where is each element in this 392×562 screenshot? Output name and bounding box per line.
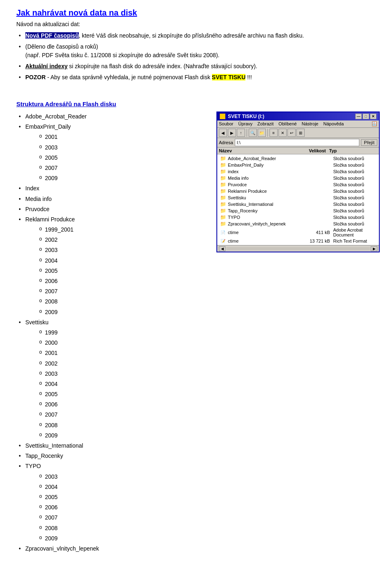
views2-button[interactable]: ⊞ bbox=[296, 129, 305, 137]
struct-item-reklamni: Reklamni Produkce 1999_2001 2002 2003 20… bbox=[16, 214, 204, 317]
file-type: Složka souborů bbox=[333, 176, 376, 181]
sv-2001: 2001 bbox=[38, 348, 204, 358]
file-row[interactable]: 📄 ctime 411 kB Adobe Acrobat Document bbox=[218, 227, 378, 238]
windows-logo: 🪟 bbox=[372, 121, 377, 127]
file-row[interactable]: 📁 Svettisku_International Složka souborů bbox=[218, 201, 378, 207]
maximize-button[interactable]: □ bbox=[363, 114, 369, 119]
typo-2007: 2007 bbox=[38, 513, 204, 523]
file-name: Svettisku bbox=[228, 195, 305, 200]
struct-item-index: Index bbox=[16, 183, 204, 194]
file-name: Reklamni Produkce bbox=[228, 189, 305, 194]
explorer-columns: Název Velikost Typ bbox=[217, 147, 379, 154]
search-button[interactable]: 🔍 bbox=[249, 129, 257, 137]
struct-item-svettisku: Svettisku 1999 2000 2001 2002 2003 2004 … bbox=[16, 317, 204, 441]
file-type: Rich Text Format bbox=[333, 239, 376, 243]
typo-2003: 2003 bbox=[38, 472, 204, 482]
file-type: Složka souborů bbox=[333, 182, 376, 187]
bullet-1-rest: , které Váš disk neobsahuje, si zkopíruj… bbox=[79, 32, 304, 39]
bullet-3: Aktuální indexy si zkopírujte na flash d… bbox=[16, 62, 376, 71]
folder-icon: 📁 bbox=[220, 169, 226, 174]
intro-bullets: Nová PDF časopisů, které Váš disk neobsa… bbox=[16, 31, 376, 82]
undo-button[interactable]: ↩ bbox=[287, 129, 296, 137]
typo-2006: 2006 bbox=[38, 502, 204, 513]
menu-soubor[interactable]: Soubor bbox=[219, 121, 233, 127]
file-type: Složka souborů bbox=[333, 202, 376, 207]
struct-item-adobe: Adobe_Acrobat_Reader bbox=[16, 112, 204, 122]
file-row[interactable]: 📁 Reklamni Produkce Složka souborů bbox=[218, 188, 378, 194]
rekl-2002: 2002 bbox=[38, 235, 204, 245]
struct-item-typo: TYPO 2003 2004 2005 2006 2007 2008 2009 bbox=[16, 461, 204, 544]
scrollbar-track bbox=[226, 247, 370, 250]
file-row[interactable]: 📁 Pruvodce Složka souborů bbox=[218, 181, 378, 188]
menu-zobrazit[interactable]: Zobrazit bbox=[257, 121, 274, 127]
file-type: Složka souborů bbox=[333, 215, 376, 220]
file-type: Složka souborů bbox=[333, 156, 376, 161]
bullet-2: (Děleno dle časopisů a roků)(např. PDF S… bbox=[16, 42, 376, 60]
explorer-menubar: Soubor Úpravy Zobrazit Oblíbené Nástroje… bbox=[217, 120, 379, 128]
scroll-right[interactable]: ▶ bbox=[371, 246, 377, 251]
two-col-layout: Adobe_Acrobat_Reader EmbaxPrint_Daily 20… bbox=[16, 112, 376, 554]
struct-item-embax: EmbaxPrint_Daily 2001 2003 2005 2007 200… bbox=[16, 122, 204, 183]
intro-label: Návod na aktualizaci dat: bbox=[16, 21, 376, 27]
delete-button[interactable]: ✕ bbox=[278, 129, 287, 137]
typo-2009: 2009 bbox=[38, 533, 204, 544]
scroll-left[interactable]: ◀ bbox=[219, 246, 225, 251]
file-row[interactable]: 📁 index Složka souborů bbox=[218, 168, 378, 175]
menu-napoveda[interactable]: Nápověda bbox=[323, 121, 344, 127]
reklamni-sublist: 1999_2001 2002 2003 2004 2005 2006 2007 … bbox=[25, 225, 204, 317]
struct-item-tapp: Tapp_Rocenky bbox=[16, 451, 204, 461]
bullet-1-highlight: Nová PDF časopisů bbox=[25, 32, 79, 39]
folder-icon: 📁 bbox=[220, 214, 226, 220]
col-header-type: Typ bbox=[329, 148, 377, 153]
struct-item-zpracovani: Zpracovani_vlnitych_lepenek bbox=[16, 544, 204, 554]
minimize-button[interactable]: — bbox=[355, 114, 362, 119]
file-row[interactable]: 📁 Media info Složka souborů bbox=[218, 175, 378, 181]
back-button[interactable]: ◀ bbox=[219, 129, 227, 137]
address-input[interactable] bbox=[235, 139, 359, 146]
folder-icon: 📁 bbox=[220, 201, 226, 207]
explorer-address-bar: Adresa Přejít bbox=[217, 138, 379, 147]
section2-title: Struktura Adresářů na Flash disku bbox=[16, 100, 116, 107]
explorer-window-icon bbox=[220, 114, 225, 119]
typo-sublist: 2003 2004 2005 2006 2007 2008 2009 bbox=[25, 472, 204, 544]
rekl-2007: 2007 bbox=[38, 286, 204, 297]
explorer-titlebar: SVET TISKU (I:) — □ ✕ bbox=[217, 112, 379, 120]
file-row[interactable]: 📁 TYPO Složka souborů bbox=[218, 214, 378, 221]
rekl-2006: 2006 bbox=[38, 276, 204, 286]
sv-2003: 2003 bbox=[38, 369, 204, 379]
file-row[interactable]: 📁 EmbaxPrint_Daily Složka souborů bbox=[218, 162, 378, 168]
folders-button[interactable]: 📁 bbox=[258, 129, 266, 137]
file-row[interactable]: 📁 Tapp_Rocenky Složka souborů bbox=[218, 207, 378, 214]
menu-upravy[interactable]: Úpravy bbox=[238, 121, 252, 127]
sv-1999: 1999 bbox=[38, 328, 204, 338]
sv-2000: 2000 bbox=[38, 338, 204, 348]
rekl-2009: 2009 bbox=[38, 307, 204, 317]
close-button[interactable]: ✕ bbox=[370, 114, 376, 119]
file-row[interactable]: 📁 Adobe_Acrobat_Reader Složka souborů bbox=[218, 155, 378, 162]
forward-button[interactable]: ▶ bbox=[228, 129, 236, 137]
address-label: Adresa bbox=[219, 140, 233, 145]
menu-nastroje[interactable]: Nástroje bbox=[302, 121, 318, 127]
bullet-4-highlight: SVET TISKU bbox=[212, 74, 245, 80]
file-name: Media info bbox=[228, 176, 305, 181]
file-name: Svettisku_International bbox=[228, 202, 305, 207]
folder-icon: 📁 bbox=[220, 188, 226, 194]
views-button[interactable]: ≡ bbox=[270, 129, 278, 137]
col-header-name: Název bbox=[219, 148, 301, 153]
file-size: 411 kB bbox=[305, 230, 333, 235]
rekl-2004: 2004 bbox=[38, 256, 204, 266]
address-go-button[interactable]: Přejít bbox=[361, 139, 377, 146]
structure-list-col: Adobe_Acrobat_Reader EmbaxPrint_Daily 20… bbox=[16, 112, 204, 554]
bullet-1: Nová PDF časopisů, které Váš disk neobsa… bbox=[16, 31, 376, 40]
file-row[interactable]: 📁 Svettisku Složka souborů bbox=[218, 194, 378, 201]
folder-icon: 📁 bbox=[220, 175, 226, 181]
file-row[interactable]: 📁 Zpracovani_vlnitych_lepenek Složka sou… bbox=[218, 221, 378, 227]
sv-2005: 2005 bbox=[38, 389, 204, 399]
up-button[interactable]: ↑ bbox=[237, 129, 245, 137]
rekl-1999: 1999_2001 bbox=[38, 225, 204, 235]
sv-2002: 2002 bbox=[38, 359, 204, 369]
menu-oblibene[interactable]: Oblíbené bbox=[278, 121, 297, 127]
file-row[interactable]: 📝 ctime 13 721 kB Rich Text Format bbox=[218, 238, 378, 244]
toolbar-separator-2 bbox=[267, 129, 268, 137]
file-type: Složka souborů bbox=[333, 163, 376, 167]
